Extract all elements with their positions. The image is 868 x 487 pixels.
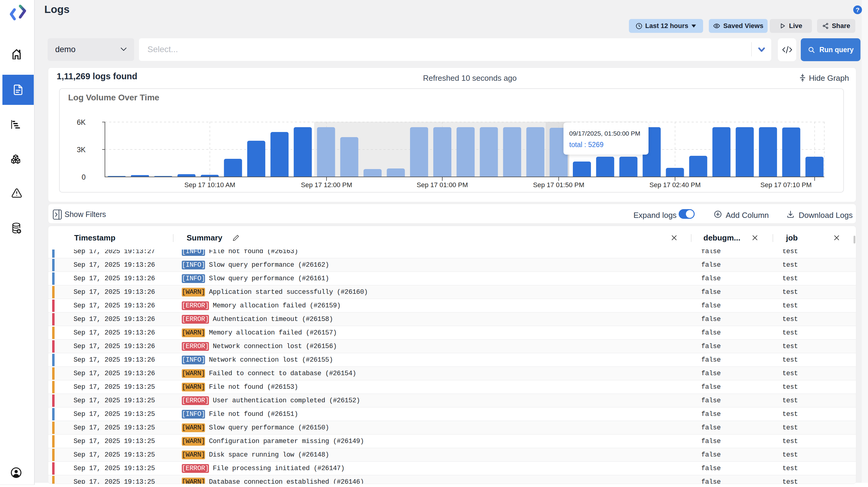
svg-text:Sep 17 12:00 PM: Sep 17 12:00 PM bbox=[301, 181, 352, 189]
svg-text:Sep 17 01:50 PM: Sep 17 01:50 PM bbox=[533, 181, 584, 189]
svg-text:Sep 17 01:00 PM: Sep 17 01:00 PM bbox=[417, 181, 468, 189]
svg-text:Sep 17 07:10 PM: Sep 17 07:10 PM bbox=[761, 181, 812, 189]
svg-text:6K: 6K bbox=[77, 118, 86, 126]
svg-text:Sep 17 02:40 PM: Sep 17 02:40 PM bbox=[649, 181, 701, 189]
svg-text:Sep 17 10:10 AM: Sep 17 10:10 AM bbox=[185, 181, 236, 189]
svg-text:0: 0 bbox=[82, 173, 86, 181]
svg-text:3K: 3K bbox=[77, 145, 86, 154]
